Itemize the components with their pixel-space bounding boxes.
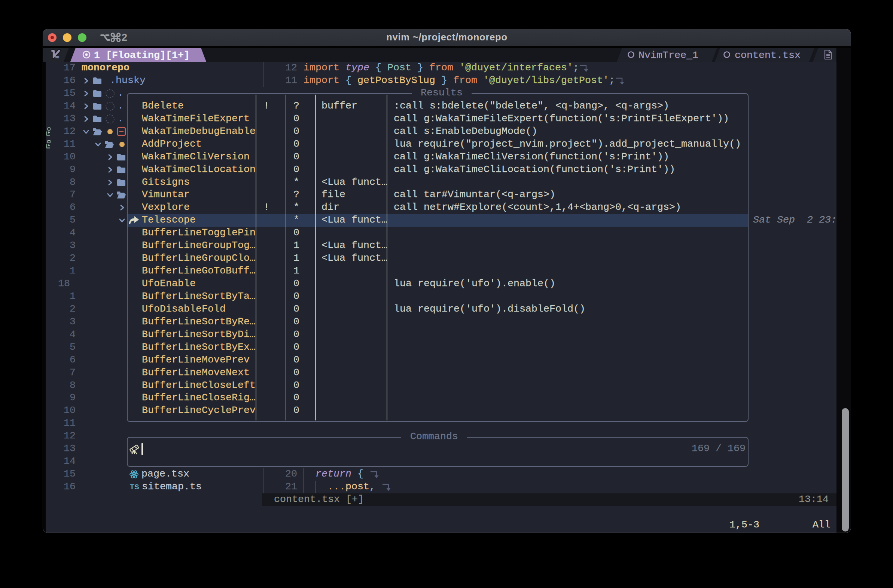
svg-text:im: im (55, 54, 60, 60)
